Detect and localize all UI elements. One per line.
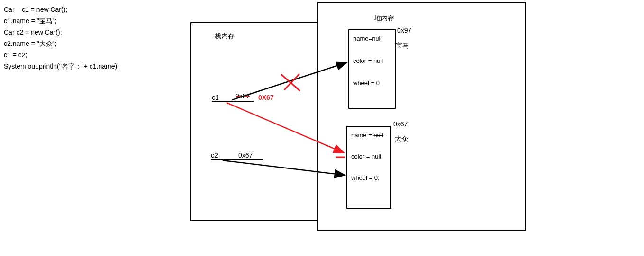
code-block: Car c1 = new Car(); c1.name = "宝马"; Car … — [4, 4, 119, 72]
heap-obj1-color: color = null — [353, 57, 395, 64]
heap-obj1-name-null: null — [372, 35, 381, 42]
code-line-1: Car c1 = new Car(); — [4, 4, 119, 15]
heap-obj1-box: name=null color = null wheel = 0 — [348, 29, 396, 109]
stack-var-c1-label: c1 — [212, 94, 219, 101]
heap-obj2-name-value: 大众 — [395, 135, 408, 143]
code-line-3: Car c2 = new Car(); — [4, 26, 119, 38]
heap-obj2-address: 0x67 — [393, 120, 408, 128]
code-line-4: c2.name = "大众"; — [4, 38, 119, 49]
heap-obj2-name-null: null — [373, 132, 383, 139]
heap-obj1-name: name=null — [353, 35, 395, 42]
heap-obj2-name-prefix: name = — [351, 132, 373, 139]
heap-obj2-box: name = null color = null wheel = 0; — [346, 126, 391, 209]
stack-memory-box — [190, 22, 318, 221]
heap-obj2-wheel: wheel = 0; — [351, 174, 390, 181]
code-line-6: System.out.println("名字："+ c1.name); — [4, 61, 119, 72]
code-line-2: c1.name = "宝马"; — [4, 15, 119, 26]
heap-obj2-name: name = null — [351, 132, 390, 139]
heap-obj1-address: 0x97 — [397, 26, 411, 34]
stack-var-c1-addr-new: 0X67 — [258, 94, 274, 101]
stack-var-c1-addr-old: 0x97 — [236, 92, 250, 100]
heap-obj1-name-value: 宝马 — [396, 42, 409, 50]
stack-title: 栈内存 — [215, 32, 235, 41]
heap-obj1-wheel: wheel = 0 — [353, 79, 395, 87]
heap-title: 堆内存 — [374, 14, 394, 23]
stack-var-c2-label: c2 — [211, 151, 218, 159]
code-line-5: c1 = c2; — [4, 49, 119, 61]
heap-obj2-color: color = null — [351, 153, 390, 160]
heap-obj1-name-prefix: name= — [353, 35, 372, 42]
stack-var-c2-addr: 0x67 — [238, 151, 253, 159]
